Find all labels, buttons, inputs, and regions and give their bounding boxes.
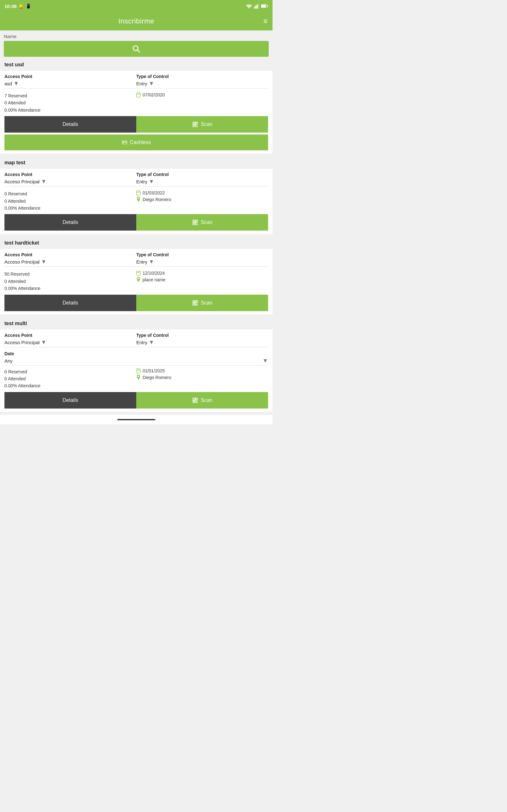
svg-rect-28 (136, 191, 140, 195)
meta-col: 12/10/2024 place name (136, 270, 268, 292)
svg-rect-3 (258, 3, 259, 9)
event-title-1: map test (0, 157, 273, 169)
svg-rect-26 (122, 142, 127, 142)
type-control-label: Type of Control (136, 172, 268, 177)
menu-button[interactable]: ≡ (263, 17, 268, 26)
reserved-stat: 0 Reserved (4, 190, 136, 197)
buttons-row-2: Details (4, 295, 268, 311)
svg-rect-0 (254, 7, 255, 9)
stats-col: 50 Reserved 0 Attended 0.00% Attendance (4, 270, 136, 292)
date-filter-row: Date Any ▼ (4, 351, 268, 366)
events-list: test usd Access Point asd ▼ Type of Cont… (0, 59, 273, 412)
access-point-text: Acceso Principal (4, 340, 40, 345)
meta-col: 01/01/2025 Diego Romero (136, 368, 268, 390)
meta-col: 07/02/2020 (136, 92, 268, 113)
svg-rect-14 (193, 123, 194, 124)
svg-rect-27 (123, 143, 124, 144)
svg-rect-49 (193, 301, 194, 302)
event-body-3: Access Point Acceso Principal ▼ Type of … (0, 329, 273, 412)
status-bar-left: 10:48 🔔 📱 (4, 3, 31, 9)
access-point-value[interactable]: Acceso Principal ▼ (4, 258, 136, 267)
status-bar: 10:48 🔔 📱 (0, 0, 273, 12)
svg-rect-67 (196, 398, 197, 399)
scan-button-1[interactable]: Scan (136, 214, 268, 231)
reserved-stat: 50 Reserved (4, 270, 136, 277)
details-button-2[interactable]: Details (4, 295, 136, 311)
type-control-col: Type of Control Entry ▼ (136, 333, 268, 349)
type-control-value[interactable]: Entry ▼ (136, 80, 268, 89)
event-title-2: test hardticket (0, 237, 273, 249)
type-control-text: Entry (136, 259, 147, 264)
scan-label: Scan (201, 397, 212, 403)
date-filter-value[interactable]: Any ▼ (4, 357, 268, 366)
app-bar: Inscribirme ≡ (0, 12, 273, 31)
bottom-bar (0, 415, 273, 424)
svg-rect-65 (193, 398, 194, 399)
access-point-col: Access Point Acceso Principal ▼ (4, 252, 136, 268)
svg-rect-33 (193, 221, 194, 222)
event-body-2: Access Point Acceso Principal ▼ Type of … (0, 249, 273, 314)
home-indicator (117, 419, 155, 420)
access-point-label: Access Point (4, 333, 136, 338)
access-point-arrow: ▼ (41, 258, 47, 265)
access-point-label: Access Point (4, 172, 136, 177)
details-button-1[interactable]: Details (4, 214, 136, 231)
scan-button-0[interactable]: Scan (136, 116, 268, 133)
attendance-stat: 0.00% Attendance (4, 285, 136, 292)
buttons-row-0: Details (4, 116, 268, 133)
type-control-value[interactable]: Entry ▼ (136, 258, 268, 267)
svg-rect-5 (262, 5, 266, 7)
type-control-value[interactable]: Entry ▼ (136, 178, 268, 187)
svg-rect-9 (136, 93, 140, 97)
type-control-label: Type of Control (136, 74, 268, 79)
scan-button-2[interactable]: Scan (136, 295, 268, 311)
location-text: Diego Romero (143, 197, 171, 202)
type-control-value[interactable]: Entry ▼ (136, 339, 268, 347)
attended-stat: 0 Attended (4, 375, 136, 382)
date-item: 12/10/2024 (136, 270, 268, 275)
event-title-3: test multi (0, 317, 273, 329)
calendar-icon (136, 190, 141, 195)
svg-rect-44 (136, 271, 140, 275)
date-text: 01/01/2025 (143, 368, 165, 373)
cashless-button[interactable]: Cashless (4, 135, 268, 150)
event-card-1: map test Access Point Acceso Principal ▼… (0, 157, 273, 234)
access-point-value[interactable]: Acceso Principal ▼ (4, 178, 136, 187)
signal-icon (254, 3, 259, 9)
scan-label: Scan (201, 219, 212, 225)
type-control-col: Type of Control Entry ▼ (136, 172, 268, 188)
stats-row-2: 50 Reserved 0 Attended 0.00% Attendance … (4, 270, 268, 292)
fields-row-1: Access Point Acceso Principal ▼ Type of … (4, 172, 268, 188)
date-filter-option: Any (4, 358, 13, 363)
stats-row-0: 7 Reserved 0 Attended 0.00% Attendance 0… (4, 92, 268, 113)
fields-row-0: Access Point asd ▼ Type of Control Entry… (4, 74, 268, 90)
type-control-text: Entry (136, 81, 147, 86)
access-point-col: Access Point asd ▼ (4, 74, 136, 90)
stats-col: 7 Reserved 0 Attended 0.00% Attendance (4, 92, 136, 113)
alert-icon: 🔔 (18, 3, 24, 9)
search-icon (132, 45, 140, 53)
scan-label: Scan (201, 300, 212, 306)
svg-rect-37 (193, 223, 194, 224)
svg-rect-60 (136, 368, 140, 373)
fields-row-3: Access Point Acceso Principal ▼ Type of … (4, 333, 268, 349)
reserved-stat: 7 Reserved (4, 92, 136, 99)
svg-rect-1 (256, 5, 257, 9)
svg-rect-18 (193, 125, 194, 126)
event-card-0: test usd Access Point asd ▼ Type of Cont… (0, 59, 273, 154)
access-point-text: asd (4, 81, 12, 86)
access-point-value[interactable]: asd ▼ (4, 80, 136, 89)
access-point-label: Access Point (4, 74, 136, 79)
event-card-3: test multi Access Point Acceso Principal… (0, 317, 273, 412)
details-button-0[interactable]: Details (4, 116, 136, 133)
attendance-stat: 0.00% Attendance (4, 382, 136, 389)
scan-button-3[interactable]: Scan (136, 392, 268, 409)
app-title: Inscribirme (118, 17, 154, 26)
stats-col: 0 Reserved 0 Attended 0.00% Attendance (4, 190, 136, 212)
details-button-3[interactable]: Details (4, 392, 136, 409)
cashless-label: Cashless (130, 140, 151, 145)
access-point-value[interactable]: Acceso Principal ▼ (4, 339, 136, 347)
location-item: Diego Romero (136, 374, 268, 380)
search-bar[interactable] (4, 41, 269, 57)
type-control-col: Type of Control Entry ▼ (136, 74, 268, 90)
